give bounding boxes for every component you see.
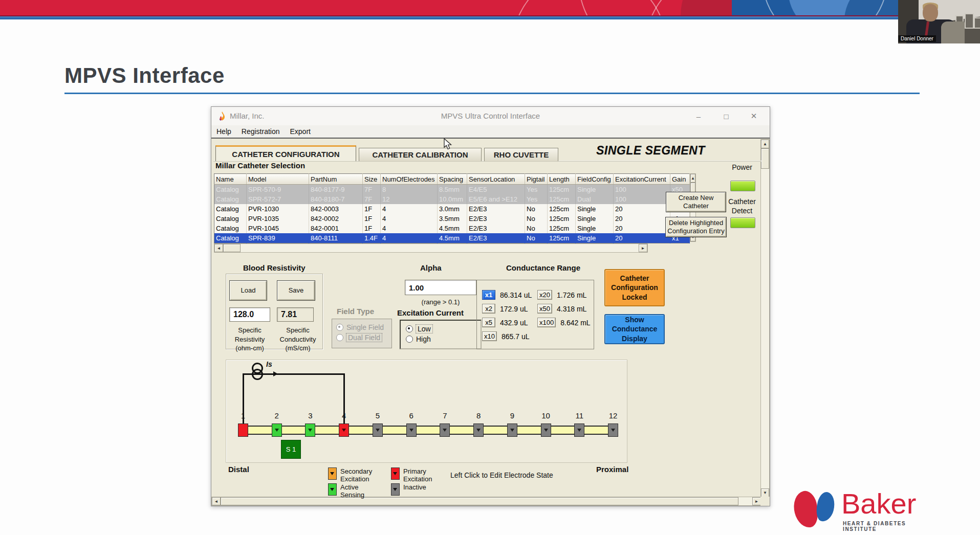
electrode-2[interactable]: [272, 423, 282, 437]
electrode-number: 4: [337, 411, 351, 420]
electrode-12[interactable]: [608, 423, 618, 437]
save-button[interactable]: Save: [277, 280, 315, 301]
window-vertical-scrollbar[interactable]: ▲ ▼: [760, 139, 770, 498]
electrode-3[interactable]: [305, 423, 315, 437]
conductance-gain-button-x10[interactable]: x10: [482, 331, 497, 341]
tab-rho-cuvette[interactable]: RHO CUVETTE: [484, 148, 558, 161]
column-header[interactable]: Model: [247, 174, 309, 185]
minimize-button[interactable]: –: [685, 107, 712, 125]
radio-option-single-field[interactable]: Single Field: [336, 322, 391, 332]
scroll-left-icon[interactable]: ◄: [214, 244, 223, 252]
table-row[interactable]: CatalogSPR-570-9840-8177-97F88.5mmE4/E5Y…: [214, 185, 690, 195]
table-cell: PVR-1035: [247, 214, 309, 224]
menu-item-registration[interactable]: Registration: [236, 127, 285, 136]
table-row[interactable]: CatalogPVR-1030842-00031F43.0mmE2/E3No12…: [214, 204, 690, 214]
window-horizontal-scrollbar[interactable]: ◄ ►: [211, 497, 761, 506]
legend-item-inactive: Inactive: [391, 483, 443, 496]
conductance-gain-button-x2[interactable]: x2: [482, 304, 495, 314]
conductance-gain-button-x50[interactable]: x50: [537, 304, 552, 314]
column-header[interactable]: Spacing: [438, 174, 467, 185]
tab-catheter-calibration[interactable]: CATHETER CALIBRATION: [359, 148, 482, 161]
electrode-7[interactable]: [440, 423, 450, 437]
table-cell: 8: [381, 185, 438, 195]
table-row[interactable]: CatalogPVR-1035842-00021F43.5mmE2/E3No12…: [214, 214, 690, 224]
window-titlebar[interactable]: Millar, Inc. MPVS Ultra Control Interfac…: [211, 107, 770, 126]
column-header[interactable]: PartNum: [309, 174, 363, 185]
electrode-6[interactable]: [406, 423, 417, 437]
radio-option-low[interactable]: Low: [406, 324, 481, 334]
table-cell: 8.5mm: [438, 185, 467, 195]
close-button[interactable]: ✕: [740, 107, 768, 125]
catheter-table-body: CatalogSPR-570-9840-8177-97F88.5mmE4/E5Y…: [214, 185, 690, 243]
scrollbar-thumb[interactable]: [761, 148, 769, 169]
column-header[interactable]: Length: [548, 174, 576, 185]
table-cell: 842-0002: [309, 214, 363, 224]
electrode-10[interactable]: [541, 423, 551, 437]
electrode-11[interactable]: [574, 423, 584, 437]
table-cell: Single: [576, 204, 614, 214]
table-cell: Catalog: [214, 204, 247, 214]
conductance-entry: x1008.642 mL: [537, 318, 591, 327]
column-header[interactable]: ExcitationCurrent: [614, 174, 670, 185]
specific-resistivity-field[interactable]: 128.0: [229, 307, 270, 322]
conductance-gain-button-x20[interactable]: x20: [537, 290, 552, 300]
scrollbar-thumb[interactable]: [221, 497, 738, 505]
conductance-range-title: Conductance Range: [506, 263, 580, 272]
scroll-right-icon[interactable]: ►: [639, 244, 647, 252]
scroll-down-icon[interactable]: ▼: [761, 488, 769, 497]
table-horizontal-scrollbar[interactable]: ◄ ►: [214, 243, 648, 253]
create-new-catheter-button[interactable]: Create New Catheter: [666, 192, 726, 212]
electrode-number: 7: [438, 411, 451, 420]
menu-item-help[interactable]: Help: [211, 127, 236, 136]
table-cell: No: [525, 204, 548, 214]
column-header[interactable]: NumOfElectrodes: [381, 174, 438, 185]
tab-catheter-configuration[interactable]: CATHETER CONFIGURATION: [215, 145, 356, 161]
column-header[interactable]: Gain: [670, 174, 690, 185]
table-cell: E2/E3: [467, 233, 525, 243]
delete-configuration-button[interactable]: Delete Highlighted Configuration Entry: [665, 217, 727, 237]
table-cell: 10.0mm: [438, 194, 467, 204]
column-header[interactable]: FieldConfig: [576, 174, 614, 185]
column-header[interactable]: Name: [214, 174, 247, 185]
column-header[interactable]: Pigtail: [525, 174, 548, 185]
menu-item-export[interactable]: Export: [285, 127, 316, 136]
table-cell: 1F: [363, 224, 381, 233]
maximize-button[interactable]: □: [712, 107, 740, 125]
electrode-number: 2: [270, 411, 284, 420]
show-conductance-display-button[interactable]: Show Conductance Display: [604, 314, 665, 344]
webcam-video[interactable]: Daniel Donner: [898, 0, 980, 43]
electrode-9[interactable]: [507, 423, 517, 437]
scroll-left-icon[interactable]: ◄: [212, 497, 221, 505]
load-button[interactable]: Load: [229, 280, 267, 301]
alpha-field[interactable]: 1.00: [405, 280, 476, 295]
electrode-5[interactable]: [373, 423, 383, 437]
conductance-gain-button-x100[interactable]: x100: [537, 318, 556, 327]
electrode-8[interactable]: [473, 423, 484, 437]
conductance-value: 432.9 uL: [500, 319, 528, 327]
electrode-4[interactable]: [339, 423, 349, 437]
scroll-right-icon[interactable]: ►: [752, 497, 761, 505]
table-cell: 1.4F: [363, 233, 381, 243]
conductance-entry: x201.726 mL: [537, 290, 591, 300]
column-header[interactable]: SensorLocation: [467, 174, 525, 185]
table-row[interactable]: CatalogSPR-839840-81111.4F44.5mmE2/E3No1…: [214, 233, 690, 243]
electrode-number: 5: [371, 411, 384, 420]
table-cell: SPR-570-9: [247, 185, 309, 195]
scrollbar-thumb[interactable]: [223, 244, 241, 252]
conductance-gain-button-x5[interactable]: x5: [482, 318, 495, 327]
catheter-configuration-locked-button[interactable]: Catheter Configuration Locked: [604, 269, 665, 306]
radio-option-dual-field[interactable]: Dual Field: [336, 332, 391, 343]
table-cell: 20: [614, 204, 670, 214]
column-header[interactable]: Size: [363, 174, 381, 185]
electrode-1[interactable]: [238, 423, 248, 437]
table-cell: 3.5mm: [438, 214, 467, 224]
radio-option-high[interactable]: High: [406, 334, 481, 344]
electrode-number: 9: [506, 411, 519, 420]
table-row[interactable]: CatalogSPR-572-7840-8180-77F1210.0mmE5/E…: [214, 194, 690, 204]
table-cell: 842-0001: [309, 224, 363, 233]
table-cell: No: [525, 224, 548, 233]
scroll-up-icon[interactable]: ▲: [690, 174, 695, 183]
conductance-gain-button-x1[interactable]: x1: [482, 290, 495, 300]
scroll-up-icon[interactable]: ▲: [761, 140, 769, 148]
table-row[interactable]: CatalogPVR-1045842-00011F44.5mmE2/E3No12…: [214, 224, 690, 233]
